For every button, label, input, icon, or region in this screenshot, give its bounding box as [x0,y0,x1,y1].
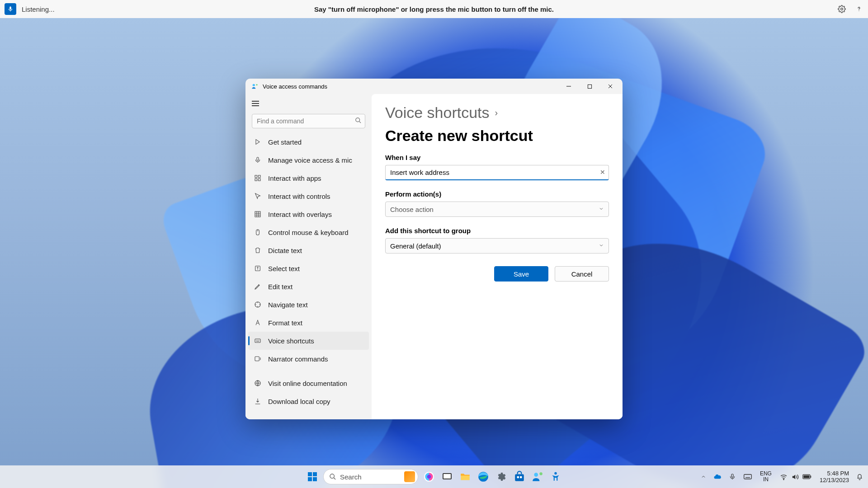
sidebar-item-label: Format text [268,319,302,327]
start-button[interactable] [305,469,320,484]
svg-rect-36 [731,474,733,477]
svg-point-6 [356,118,360,122]
label-perform-actions: Perform action(s) [385,190,609,198]
window-titlebar[interactable]: Voice access commands [245,79,623,94]
group-select[interactable]: General (default) [385,238,609,253]
close-button[interactable] [600,79,621,94]
sidebar-item-label: Visit online documentation [268,380,347,387]
edit-icon [254,282,262,291]
sidebar-item-label: Edit text [268,283,292,291]
maximize-button[interactable] [579,79,600,94]
battery-icon [802,474,811,480]
taskbar-app-copilot[interactable] [422,469,436,484]
svg-point-34 [539,472,542,475]
sidebar-item-get-started[interactable]: Get started [248,133,369,151]
svg-rect-17 [255,357,259,361]
settings-icon[interactable] [837,5,846,14]
breadcrumb-root[interactable]: Voice shortcuts [385,104,490,122]
taskbar-app-accessibility[interactable] [548,469,563,484]
hamburger-button[interactable] [246,96,264,111]
taskbar-app-settings[interactable] [494,469,509,484]
svg-rect-9 [258,175,260,178]
tray-overflow[interactable] [698,469,708,484]
mic-toggle-button[interactable] [5,3,16,15]
dictate-icon [254,246,262,254]
sidebar-item-label: Manage voice access & mic [268,156,352,164]
navigate-icon [254,300,262,309]
sidebar-item-download[interactable]: Download local copy [248,392,369,410]
sidebar-item-label: Interact with controls [268,192,330,200]
tray-language[interactable]: ENG IN [757,471,774,483]
taskbar: Search ENG IN 5:48 PM 12/13/2023 [0,465,868,488]
tray-notifications[interactable] [854,469,864,484]
minimize-button[interactable] [558,79,579,94]
sidebar-item-select[interactable]: Select text [248,259,369,277]
taskbar-app-taskview[interactable] [440,469,454,484]
svg-rect-30 [515,474,524,481]
taskbar-app-voice-access[interactable] [530,469,545,484]
cancel-button[interactable]: Cancel [555,266,609,282]
voice-status-text: Listening... [22,5,55,13]
narrator-icon [254,355,262,363]
sidebar-item-docs[interactable]: Visit online documentation [248,374,369,392]
sidebar-item-navigate[interactable]: Navigate text [248,296,369,314]
when-i-say-input[interactable] [385,165,609,180]
sidebar-item-voice-shortcuts[interactable]: Voice shortcuts [248,332,369,350]
svg-rect-19 [308,472,312,476]
svg-rect-21 [308,477,312,481]
tray-keyboard-icon[interactable] [741,469,755,484]
help-icon[interactable] [854,5,863,14]
select-text-icon [254,264,262,272]
sidebar-item-label: Control mouse & keyboard [268,229,349,236]
svg-rect-26 [443,474,451,479]
svg-point-38 [783,479,784,479]
search-icon [355,117,362,124]
svg-rect-10 [255,178,257,181]
voice-hint-text: Say "turn off microphone" or long press … [314,5,554,13]
tray-onedrive-icon[interactable] [711,469,724,484]
save-button[interactable]: Save [494,266,548,282]
format-icon [254,319,262,327]
taskbar-app-store[interactable] [512,469,527,484]
mouse-icon [254,228,262,236]
tray-clock[interactable]: 5:48 PM 12/13/2023 [817,470,852,483]
sidebar-item-narrator[interactable]: Narrator commands [248,350,369,368]
sidebar-item-overlays[interactable]: Interact with overlays [248,205,369,223]
sidebar-item-edit[interactable]: Edit text [248,277,369,296]
sidebar-item-apps[interactable]: Interact with apps [248,169,369,187]
sidebar-item-format[interactable]: Format text [248,314,369,332]
sidebar-item-dictate[interactable]: Dictate text [248,241,369,259]
taskbar-app-explorer[interactable] [458,469,472,484]
sidebar-item-mouse[interactable]: Control mouse & keyboard [248,223,369,241]
sidebar-item-manage[interactable]: Manage voice access & mic [248,151,369,169]
taskbar-search[interactable]: Search [323,469,418,484]
mic-icon [254,156,262,164]
label-when-i-say: When I say [385,154,609,161]
sidebar-item-controls[interactable]: Interact with controls [248,187,369,205]
svg-point-3 [253,84,255,86]
sidebar-item-label: Get started [268,138,302,146]
taskbar-app-edge[interactable] [476,469,491,484]
svg-rect-31 [517,476,519,478]
search-input[interactable] [252,114,365,128]
svg-point-33 [534,473,538,477]
grid-icon [254,210,262,218]
svg-point-25 [427,475,431,479]
svg-rect-11 [258,178,260,181]
download-icon [254,397,262,405]
app-icon [251,82,259,90]
tray-network-sound-battery[interactable] [777,473,814,481]
svg-point-4 [256,84,257,85]
content-panel: Voice shortcuts › Create new shortcut Wh… [372,94,623,419]
taskbar-center: Search [305,469,563,484]
sidebar-item-label: Download local copy [268,398,330,405]
sidebar-item-label: Interact with apps [268,174,321,182]
voice-access-commands-window: Voice access commands Get started Manage… [245,79,623,419]
tray-mic-icon[interactable] [726,469,738,484]
play-icon [254,138,262,146]
field-group: Add this shortcut to group General (defa… [385,227,609,253]
svg-point-35 [554,472,557,474]
action-select[interactable]: Choose action [385,202,609,217]
label-group: Add this shortcut to group [385,227,609,235]
clear-input-button[interactable]: ✕ [600,169,605,176]
